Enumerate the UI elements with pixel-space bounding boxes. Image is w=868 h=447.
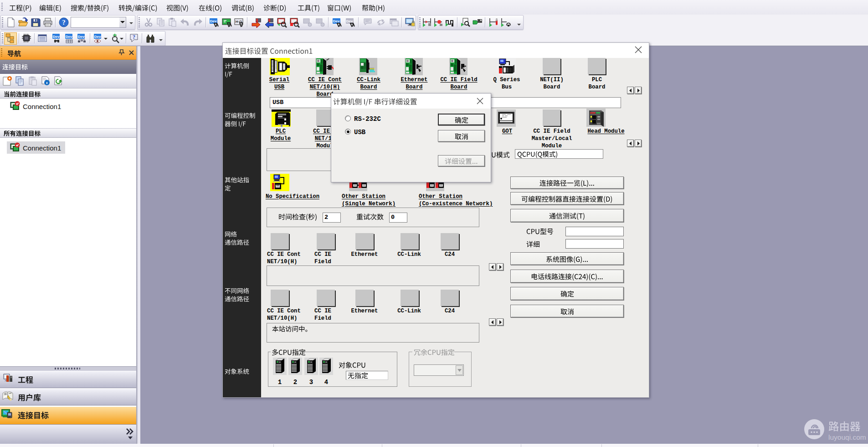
svg-text:Dev: Dev — [66, 35, 72, 39]
svg-text:Dev: Dev — [210, 19, 217, 23]
svg-text:Dev: Dev — [333, 19, 340, 23]
svg-text:Dev: Dev — [94, 35, 101, 39]
svg-text:?: ? — [62, 19, 66, 26]
svg-text:Dev: Dev — [53, 35, 60, 39]
svg-text:Dev: Dev — [346, 19, 353, 23]
svg-text:Dev: Dev — [78, 35, 85, 39]
svg-text:?: ? — [133, 34, 135, 40]
